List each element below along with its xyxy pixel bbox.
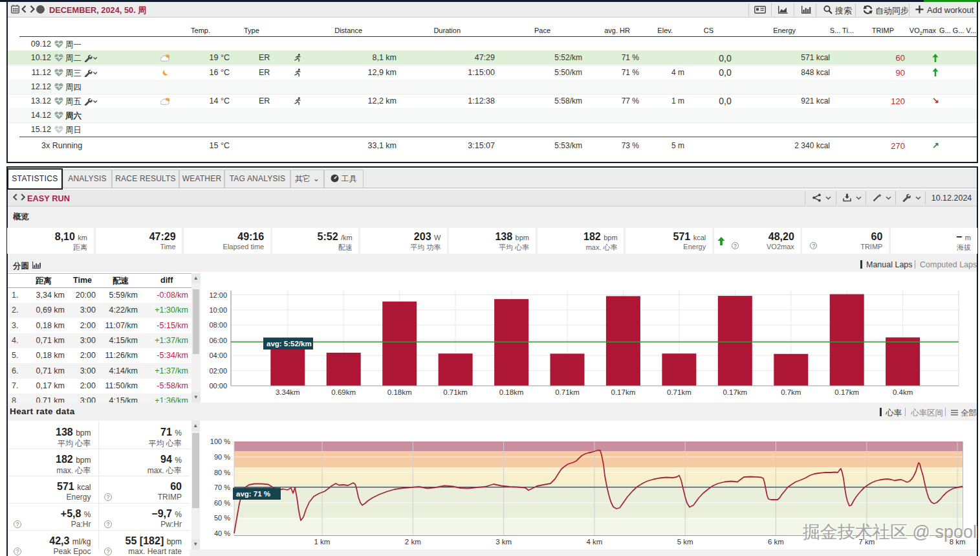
svg-text:0.4km: 0.4km <box>893 388 913 396</box>
svg-text:3.34km: 3.34km <box>276 388 300 396</box>
svg-text:1 km: 1 km <box>314 538 331 546</box>
svg-text:08:00: 08:00 <box>209 321 227 329</box>
svg-text:80 %: 80 % <box>214 469 230 476</box>
svg-text:00:00: 00:00 <box>209 382 227 390</box>
svg-text:90 %: 90 % <box>214 453 230 461</box>
svg-text:10:00: 10:00 <box>209 306 227 314</box>
svg-text:70 %: 70 % <box>214 484 230 491</box>
svg-text:5 km: 5 km <box>677 538 693 546</box>
svg-text:04:00: 04:00 <box>209 351 227 359</box>
svg-text:50 %: 50 % <box>214 514 230 522</box>
svg-text:12:00: 12:00 <box>209 291 227 299</box>
svg-text:100 %: 100 % <box>210 438 230 445</box>
svg-text:0.71km: 0.71km <box>443 388 468 396</box>
svg-text:0.18km: 0.18km <box>499 388 524 396</box>
svg-text:0.7km: 0.7km <box>781 388 801 396</box>
svg-text:0.17km: 0.17km <box>723 388 747 396</box>
svg-text:60 %: 60 % <box>214 499 230 507</box>
svg-text:3 km: 3 km <box>495 538 512 546</box>
svg-text:2 km: 2 km <box>405 538 421 546</box>
svg-text:4 km: 4 km <box>586 538 602 546</box>
svg-text:0.71km: 0.71km <box>555 388 580 396</box>
svg-text:avg: 5:52/km: avg: 5:52/km <box>267 340 312 348</box>
svg-text:0.17km: 0.17km <box>611 388 636 396</box>
svg-text:掘金技术社区 @ spool: 掘金技术社区 @ spool <box>803 522 977 542</box>
svg-text:0.69km: 0.69km <box>331 388 356 396</box>
svg-text:02:00: 02:00 <box>209 367 227 375</box>
svg-text:06:00: 06:00 <box>209 337 227 344</box>
svg-text:avg: 71 %: avg: 71 % <box>236 490 270 498</box>
svg-text:40 %: 40 % <box>214 529 230 537</box>
svg-text:6 km: 6 km <box>768 538 784 546</box>
svg-text:0.18km: 0.18km <box>387 388 412 396</box>
svg-text:0.17km: 0.17km <box>834 388 859 396</box>
svg-text:0.71km: 0.71km <box>667 388 691 396</box>
